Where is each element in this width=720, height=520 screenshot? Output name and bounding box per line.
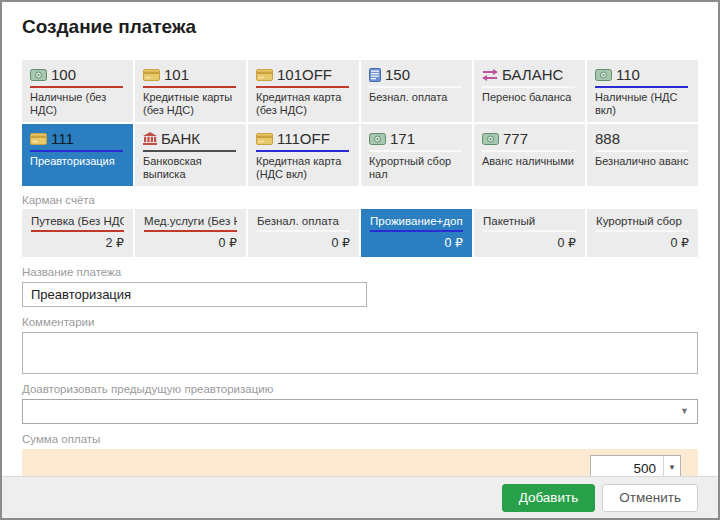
payment-method-code: 150 <box>385 66 410 83</box>
payment-method-code: 100 <box>51 66 76 83</box>
pocket-underline <box>144 230 237 232</box>
tile-head: 101 <box>143 65 240 84</box>
pocket-tile[interactable]: Проживание+доп.усл0 ₽ <box>361 209 472 257</box>
payment-method-label: Банковская выписка <box>143 155 240 181</box>
payment-method-tile-101OFF[interactable]: 101OFFКредитная карта (без НДС) <box>248 60 359 122</box>
payment-method-grid: 100Наличные (без НДС)101Кредитные карты … <box>22 60 698 186</box>
pocket-underline <box>483 230 576 232</box>
tile-underline <box>256 86 349 88</box>
payment-method-code: 101 <box>164 66 189 83</box>
tile-head: 111 <box>30 129 127 148</box>
tile-underline <box>595 150 688 152</box>
tile-underline <box>595 86 688 88</box>
invoice-icon <box>369 68 381 82</box>
dialog-footer: Добавить Отменить <box>2 476 718 518</box>
payment-method-label: Наличные (без НДС) <box>30 91 127 117</box>
tile-head: 111OFF <box>256 129 353 148</box>
comments-textarea[interactable] <box>22 332 698 374</box>
tile-underline <box>143 86 236 88</box>
create-payment-dialog: Создание платежа 100Наличные (без НДС)10… <box>0 0 720 520</box>
payment-method-label: Наличные (НДС вкл) <box>595 91 692 117</box>
payment-method-tile-150[interactable]: 150Безнал. оплата <box>361 60 472 122</box>
add-button[interactable]: Добавить <box>502 484 596 512</box>
tile-head: 100 <box>30 65 127 84</box>
tile-head: БАНК <box>143 129 240 148</box>
pocket-tile[interactable]: Мед.услуги (Без НДС)0 ₽ <box>135 209 246 257</box>
comments-label: Комментарии <box>22 316 698 329</box>
pocket-value: 0 ₽ <box>483 235 576 250</box>
card-icon <box>30 133 47 145</box>
payment-method-tile-111[interactable]: 111Преавторизация <box>22 124 133 186</box>
amount-label: Сумма оплаты <box>22 433 698 446</box>
payment-method-label: Перенос баланса <box>482 91 579 104</box>
pocket-name: Мед.услуги (Без НДС) <box>144 214 237 228</box>
payment-method-code: 110 <box>616 66 640 83</box>
pocket-value: 0 ₽ <box>144 235 237 250</box>
payment-method-tile-БАНК[interactable]: БАНКБанковская выписка <box>135 124 246 186</box>
tile-head: 110 <box>595 65 692 84</box>
payment-method-code: 171 <box>390 130 415 147</box>
payment-method-label: Безналично аванс <box>595 155 692 168</box>
money-icon <box>369 133 386 145</box>
tile-underline <box>482 150 575 152</box>
payment-method-code: 111OFF <box>277 130 330 147</box>
pocket-section-label: Карман счёта <box>22 194 698 207</box>
payment-method-tile-БАЛАНС[interactable]: БАЛАНСПеренос баланса <box>474 60 585 122</box>
pocket-underline <box>596 230 689 232</box>
tile-underline <box>369 86 462 88</box>
payment-name-field: Название платежа <box>22 266 698 307</box>
dialog-title: Создание платежа <box>22 14 698 40</box>
money-icon <box>30 69 47 81</box>
tile-underline <box>256 150 349 152</box>
payment-method-tile-111OFF[interactable]: 111OFFКредитная карта (НДС вкл) <box>248 124 359 186</box>
payment-method-label: Курортный сбор нал <box>369 155 466 181</box>
pocket-name: Путевка (Без НДС) <box>31 214 124 228</box>
payment-method-tile-100[interactable]: 100Наличные (без НДС) <box>22 60 133 122</box>
tile-head: БАЛАНС <box>482 65 579 84</box>
tile-underline <box>369 150 462 152</box>
card-icon <box>256 133 273 145</box>
pocket-name: Безнал. оплата <box>257 214 350 228</box>
comments-field: Комментарии <box>22 316 698 374</box>
payment-method-label: Кредитная карта (без НДС) <box>256 91 353 117</box>
payment-method-tile-777[interactable]: 777Аванс наличными <box>474 124 585 186</box>
pocket-name: Пакетный <box>483 214 576 228</box>
payment-method-code: 111 <box>51 130 74 147</box>
reauth-field: Доавторизовать предыдущую преавторизацию… <box>22 383 698 424</box>
pocket-value: 0 ₽ <box>370 235 463 250</box>
chevron-down-icon: ▼ <box>680 406 689 416</box>
payment-method-tile-888[interactable]: 888Безналично аванс <box>587 124 698 186</box>
pocket-tile[interactable]: Пакетный0 ₽ <box>474 209 585 257</box>
pocket-tile[interactable]: Курортный сбор0 ₽ <box>587 209 698 257</box>
payment-method-code: 101OFF <box>277 66 332 83</box>
payment-method-label: Безнал. оплата <box>369 91 466 104</box>
tile-head: 101OFF <box>256 65 353 84</box>
tile-head: 777 <box>482 129 579 148</box>
pocket-value: 0 ₽ <box>257 235 350 250</box>
payment-name-input[interactable] <box>22 282 367 307</box>
payment-method-tile-110[interactable]: 110Наличные (НДС вкл) <box>587 60 698 122</box>
bank-icon <box>143 132 157 145</box>
pocket-underline <box>370 230 463 232</box>
money-icon <box>482 133 499 145</box>
chevron-down-icon: ▼ <box>668 464 676 472</box>
pocket-grid: Путевка (Без НДС)2 ₽Мед.услуги (Без НДС)… <box>22 209 698 257</box>
payment-method-label: Кредитные карты (без НДС) <box>143 91 240 117</box>
tile-underline <box>143 150 236 152</box>
payment-method-label: Кредитная карта (НДС вкл) <box>256 155 353 181</box>
pocket-value: 2 ₽ <box>31 235 124 250</box>
payment-method-tile-101[interactable]: 101Кредитные карты (без НДС) <box>135 60 246 122</box>
tile-head: 150 <box>369 65 466 84</box>
payment-method-code: 777 <box>503 130 528 147</box>
cancel-button[interactable]: Отменить <box>602 484 698 512</box>
reauth-label: Доавторизовать предыдущую преавторизацию <box>22 383 698 396</box>
pocket-tile[interactable]: Безнал. оплата0 ₽ <box>248 209 359 257</box>
pocket-name: Проживание+доп.усл <box>370 214 463 228</box>
pocket-underline <box>31 230 124 232</box>
payment-method-tile-171[interactable]: 171Курортный сбор нал <box>361 124 472 186</box>
payment-method-label: Аванс наличными <box>482 155 579 168</box>
money-icon <box>595 69 612 81</box>
pocket-tile[interactable]: Путевка (Без НДС)2 ₽ <box>22 209 133 257</box>
reauth-select[interactable]: ▼ <box>22 399 698 424</box>
payment-method-code: БАНК <box>161 130 200 147</box>
